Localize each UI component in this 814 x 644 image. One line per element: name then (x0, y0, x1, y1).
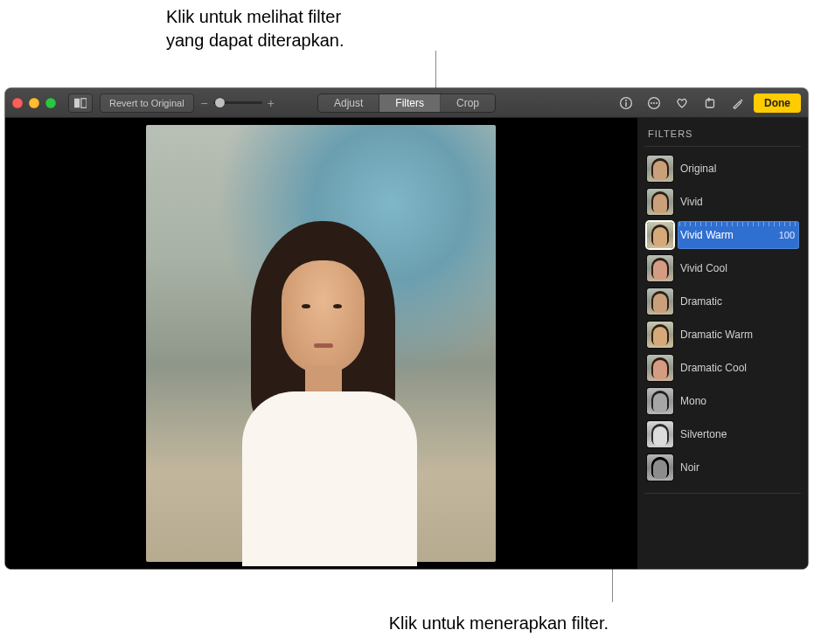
svg-rect-9 (706, 100, 714, 107)
info-icon[interactable] (614, 93, 638, 113)
content-area: FILTERS OriginalVividVivid Warm100Vivid … (5, 118, 808, 569)
tab-crop[interactable]: Crop (441, 94, 495, 112)
filter-label: Mono (680, 395, 798, 407)
svg-rect-0 (74, 98, 80, 107)
photo-preview (146, 125, 496, 562)
edit-mode-tabs: Adjust Filters Crop (317, 93, 496, 113)
filter-item-mono[interactable]: Mono (644, 384, 801, 418)
callout-bottom: Klik untuk menerapkan filter. (389, 612, 609, 635)
filter-list: OriginalVividVivid Warm100Vivid CoolDram… (644, 152, 801, 484)
done-button[interactable]: Done (754, 93, 801, 113)
fullscreen-window-button[interactable] (45, 98, 56, 108)
filter-label: Silvertone (680, 428, 798, 440)
filter-intensity-value: 100 (779, 230, 798, 240)
callout-top: Klik untuk melihat filter yang dapat dit… (166, 5, 344, 52)
filter-item-vivid[interactable]: Vivid (644, 185, 801, 218)
filter-label: Vivid Warm (680, 229, 772, 241)
filter-label: Dramatic Cool (680, 362, 798, 374)
auto-enhance-icon[interactable] (726, 93, 750, 113)
more-icon[interactable] (642, 93, 666, 113)
window-controls (12, 98, 56, 108)
filter-item-dramatic-cool[interactable]: Dramatic Cool (644, 351, 801, 384)
minimize-window-button[interactable] (29, 98, 39, 108)
tab-adjust[interactable]: Adjust (318, 94, 379, 112)
filter-label: Vivid Cool (680, 262, 798, 274)
filter-item-dramatic[interactable]: Dramatic (644, 285, 801, 318)
callout-line (435, 51, 436, 88)
filter-thumb (647, 189, 673, 215)
filter-item-vivid-cool[interactable]: Vivid Cool (644, 252, 801, 285)
favorite-heart-icon[interactable] (670, 93, 694, 113)
close-window-button[interactable] (12, 98, 23, 108)
rotate-icon[interactable] (698, 93, 722, 113)
filter-thumb (647, 388, 673, 414)
svg-point-8 (656, 102, 657, 104)
filter-thumb (647, 288, 673, 315)
filter-thumb (647, 355, 673, 381)
svg-point-7 (653, 102, 655, 104)
filter-item-vivid-warm[interactable]: Vivid Warm100 (644, 218, 801, 252)
filter-label: Dramatic Warm (680, 329, 798, 341)
sidebar-separator (644, 493, 801, 494)
filter-thumb (647, 255, 673, 281)
sidebar-title: FILTERS (644, 127, 801, 147)
filter-label: Vivid (680, 196, 798, 208)
filter-item-silvertone[interactable]: Silvertone (644, 418, 801, 451)
filter-thumb (647, 156, 673, 182)
filter-item-noir[interactable]: Noir (644, 451, 801, 484)
photos-edit-window: Revert to Original − + Adjust Filters Cr… (5, 88, 808, 569)
filter-label: Dramatic (680, 295, 798, 308)
tab-filters[interactable]: Filters (379, 94, 441, 112)
photo-canvas[interactable] (5, 118, 637, 569)
svg-point-3 (625, 100, 627, 101)
toolbar: Revert to Original − + Adjust Filters Cr… (5, 88, 808, 118)
zoom-in-button[interactable]: + (268, 96, 275, 110)
zoom-control: − + (201, 96, 275, 110)
zoom-out-button[interactable]: − (201, 96, 208, 110)
filter-thumb (647, 421, 673, 447)
revert-button[interactable]: Revert to Original (100, 93, 194, 113)
filter-thumb (647, 454, 673, 481)
filter-item-original[interactable]: Original (644, 152, 801, 185)
filter-label: Noir (680, 461, 798, 474)
filter-label: Original (680, 163, 798, 175)
compare-view-button[interactable] (68, 93, 93, 113)
svg-rect-4 (625, 102, 626, 107)
svg-rect-1 (81, 98, 87, 107)
filter-item-dramatic-warm[interactable]: Dramatic Warm (644, 318, 801, 351)
filter-thumb (647, 222, 673, 248)
filters-sidebar: FILTERS OriginalVividVivid Warm100Vivid … (637, 118, 808, 569)
svg-point-6 (651, 102, 652, 104)
zoom-slider[interactable] (213, 101, 262, 104)
filter-thumb (647, 322, 673, 348)
